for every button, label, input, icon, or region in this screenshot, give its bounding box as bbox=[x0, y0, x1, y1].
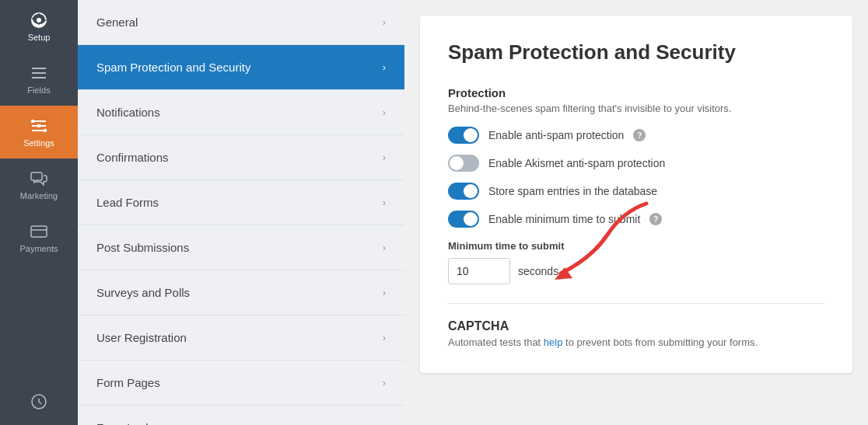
chevron-icon-spam: › bbox=[383, 61, 386, 73]
captcha-desc: Automated tests that help to prevent bot… bbox=[448, 336, 824, 348]
svg-rect-3 bbox=[31, 226, 47, 237]
protection-section-desc: Behind-the-scenes spam filtering that's … bbox=[448, 103, 824, 114]
toggle-row-store-spam: Store spam entries in the database bbox=[448, 183, 824, 200]
sidebar-item-marketing-label: Marketing bbox=[20, 191, 58, 200]
sidebar-item-marketing[interactable]: Marketing bbox=[0, 159, 78, 211]
sidebar-item-history[interactable] bbox=[0, 381, 78, 425]
toggle-store-spam-label: Store spam entries in the database bbox=[488, 185, 657, 197]
nav-item-form-locker-label: Form Locker bbox=[96, 421, 162, 425]
nav-item-lead-forms-label: Lead Forms bbox=[96, 196, 159, 209]
min-time-unit: seconds bbox=[518, 265, 558, 277]
divider bbox=[448, 303, 824, 304]
nav-item-notifications-label: Notifications bbox=[96, 106, 160, 119]
sidebar-item-fields-label: Fields bbox=[27, 85, 50, 95]
chevron-icon-form-pages: › bbox=[383, 377, 386, 388]
toggle-anti-spam[interactable] bbox=[448, 127, 479, 144]
chevron-icon-confirmations: › bbox=[383, 152, 386, 163]
nav-item-notifications[interactable]: Notifications › bbox=[78, 90, 404, 135]
toggle-min-time-label: Enable minimum time to submit bbox=[488, 213, 640, 225]
sidebar-icons: Setup Fields Settings Marketing Payments bbox=[0, 0, 78, 425]
toggle-row-anti-spam: Enable anti-spam protection ? bbox=[448, 127, 824, 144]
nav-item-general[interactable]: General › bbox=[78, 0, 404, 45]
toggle-row-min-time: Enable minimum time to submit ? bbox=[448, 211, 824, 228]
toggle-row-akismet: Enable Akismet anti-spam protection bbox=[448, 155, 824, 172]
main-content: Spam Protection and Security Protection … bbox=[404, 0, 868, 425]
min-time-row: seconds bbox=[448, 258, 824, 284]
chevron-icon-post-submissions: › bbox=[383, 242, 386, 253]
min-time-input[interactable] bbox=[448, 258, 510, 284]
sidebar-item-fields[interactable]: Fields bbox=[0, 53, 78, 106]
page-title: Spam Protection and Security bbox=[448, 40, 824, 64]
nav-item-form-pages[interactable]: Form Pages › bbox=[78, 361, 404, 406]
nav-item-user-reg-label: User Registration bbox=[96, 331, 187, 344]
nav-item-general-label: General bbox=[96, 16, 138, 29]
min-time-section: Minimum time to submit seconds bbox=[448, 240, 824, 284]
sidebar-item-setup-label: Setup bbox=[28, 33, 51, 42]
chevron-icon-user-reg: › bbox=[383, 332, 386, 343]
help-icon-anti-spam[interactable]: ? bbox=[633, 129, 646, 141]
captcha-desc-after: to prevent bots from submitting your for… bbox=[562, 336, 758, 348]
content-card: Spam Protection and Security Protection … bbox=[420, 16, 852, 373]
captcha-title: CAPTCHA bbox=[448, 319, 824, 333]
captcha-desc-link[interactable]: help bbox=[544, 336, 563, 348]
svg-rect-0 bbox=[31, 120, 34, 123]
toggle-akismet[interactable] bbox=[448, 155, 479, 172]
svg-rect-1 bbox=[37, 124, 40, 127]
nav-item-confirmations[interactable]: Confirmations › bbox=[78, 135, 404, 180]
nav-item-form-locker[interactable]: Form Locker › bbox=[78, 406, 404, 425]
nav-item-form-pages-label: Form Pages bbox=[96, 376, 160, 389]
toggle-anti-spam-label: Enable anti-spam protection bbox=[488, 129, 624, 141]
chevron-icon-form-locker: › bbox=[383, 422, 386, 425]
protection-section-title: Protection bbox=[448, 86, 824, 99]
nav-item-surveys-label: Surveys and Polls bbox=[96, 286, 190, 299]
nav-item-post-submissions-label: Post Submissions bbox=[96, 241, 189, 254]
chevron-icon: › bbox=[383, 16, 386, 28]
captcha-desc-before: Automated tests that bbox=[448, 336, 544, 348]
sidebar-item-settings[interactable]: Settings bbox=[0, 106, 78, 159]
nav-item-surveys[interactable]: Surveys and Polls › bbox=[78, 270, 404, 315]
nav-item-lead-forms[interactable]: Lead Forms › bbox=[78, 180, 404, 225]
toggle-min-time[interactable] bbox=[448, 211, 479, 228]
nav-item-post-submissions[interactable]: Post Submissions › bbox=[78, 225, 404, 270]
min-time-label: Minimum time to submit bbox=[448, 240, 824, 252]
sidebar-item-settings-label: Settings bbox=[23, 138, 54, 148]
chevron-icon-notifications: › bbox=[383, 106, 386, 118]
chevron-icon-surveys: › bbox=[383, 287, 386, 298]
nav-item-spam[interactable]: Spam Protection and Security › bbox=[78, 45, 404, 90]
sidebar-item-payments-label: Payments bbox=[20, 244, 58, 253]
chevron-icon-lead-forms: › bbox=[383, 197, 386, 208]
svg-rect-2 bbox=[44, 129, 47, 132]
nav-item-user-reg[interactable]: User Registration › bbox=[78, 315, 404, 361]
nav-item-spam-label: Spam Protection and Security bbox=[96, 61, 250, 74]
nav-item-confirmations-label: Confirmations bbox=[96, 151, 169, 164]
toggle-store-spam[interactable] bbox=[448, 183, 479, 200]
help-icon-min-time[interactable]: ? bbox=[649, 213, 662, 225]
sidebar-item-setup[interactable]: Setup bbox=[0, 0, 78, 53]
toggle-akismet-label: Enable Akismet anti-spam protection bbox=[488, 157, 665, 169]
middle-nav: General › Spam Protection and Security ›… bbox=[78, 0, 404, 425]
sidebar-item-payments[interactable]: Payments bbox=[0, 211, 78, 264]
